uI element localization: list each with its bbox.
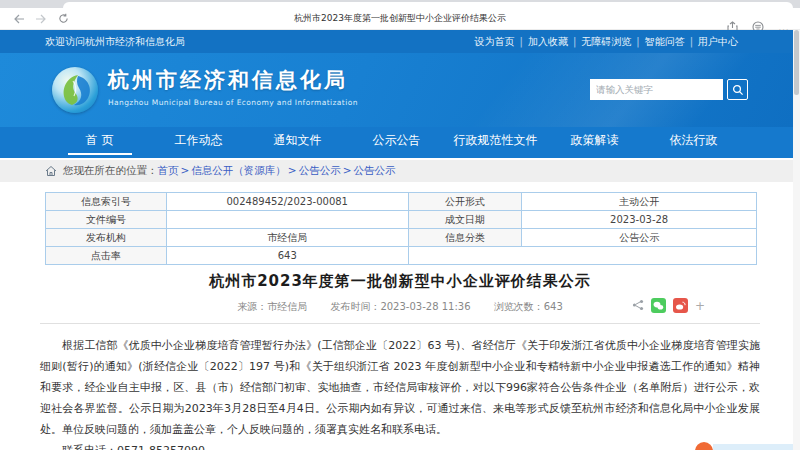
article-source: 来源：市经信局: [237, 301, 307, 312]
article-paragraph: 根据工信部《优质中小企业梯度培育管理暂行办法》(工信部企业〔2022〕63 号)…: [40, 335, 760, 440]
nav-item-label: 政策解读: [571, 133, 619, 147]
table-label-cell: 成文日期: [408, 211, 522, 229]
quick-link[interactable]: 加入收藏: [528, 35, 568, 49]
table-value-cell: 市经信局: [166, 229, 408, 247]
article-views: 浏览次数：643: [494, 301, 563, 312]
nav-item[interactable]: 依法行政: [644, 127, 743, 158]
browser-toolbar: 杭州市2023年度第一批创新型中小企业评价结果公示 …: [0, 8, 800, 30]
browser-tabstrip: [0, 0, 800, 8]
nav-item-label: 行政规范性文件: [454, 133, 538, 147]
article: 杭州市2023年度第一批创新型中小企业评价结果公示 来源：市经信局 发布时间：2…: [40, 272, 760, 450]
table-label-cell: 公开形式: [408, 193, 522, 211]
nav-item-label: 首 页: [86, 133, 114, 147]
scrollbar-track[interactable]: [793, 30, 800, 450]
breadcrumb-separator: >: [288, 164, 297, 176]
site-topbar: 欢迎访问杭州市经济和信息化局 设为首页|加入收藏|无障碍浏览|智能问答|用户中心: [0, 30, 793, 53]
table-label-cell: 文件编号: [46, 211, 167, 229]
table-row: 点击率643: [46, 247, 757, 265]
browser-page-title: 杭州市2023年度第一批创新型中小企业评价结果公示: [200, 12, 600, 25]
table-value-cell: 2023-03-28: [522, 211, 757, 229]
nav-item[interactable]: 政策解读: [545, 127, 644, 158]
nav-item-label: 依法行政: [670, 133, 718, 147]
article-meta: 来源：市经信局 发布时间：2023-03-28 11:36 浏览次数：643 +: [40, 300, 760, 324]
share-nodes-icon[interactable]: [632, 299, 644, 313]
forward-icon[interactable]: [30, 11, 52, 27]
table-value-cell: 002489452/2023-00081: [166, 193, 408, 211]
home-icon: [45, 165, 57, 177]
quick-link-separator: |: [636, 36, 639, 47]
table-value-cell: 643: [166, 247, 408, 265]
info-table: 信息索引号002489452/2023-00081公开形式主动公开文件编号成文日…: [45, 192, 757, 265]
site-banner: 杭州市经济和信息化局 Hangzhou Municipal Bureau of …: [0, 53, 793, 127]
breadcrumb-separator: >: [343, 164, 352, 176]
nav-item[interactable]: 通知文件: [248, 127, 347, 158]
nav-item[interactable]: 工作动态: [149, 127, 248, 158]
table-row: 文件编号成文日期2023-03-28: [46, 211, 757, 229]
page: 杭州市2023年度第一批创新型中小企业评价结果公示 … 欢迎访问杭州市经济和信息…: [0, 0, 800, 450]
nav-item-label: 公示公告: [373, 133, 421, 147]
nav-active-underline: [68, 153, 132, 155]
breadcrumb-prefix: 您现在所在的位置：: [63, 164, 158, 178]
article-publish-time: 发布时间：2023-03-28 11:36: [330, 301, 470, 312]
breadcrumb-link[interactable]: 信息公开（资源库）: [191, 164, 286, 176]
quick-link[interactable]: 无障碍浏览: [581, 35, 631, 49]
table-row: 发布机构市经信局信息分类公告公示: [46, 229, 757, 247]
quick-link[interactable]: 设为首页: [475, 35, 515, 49]
welcome-text: 欢迎访问杭州市经济和信息化局: [45, 35, 185, 49]
bureau-logo-icon: [52, 67, 98, 113]
nav-item-label: 工作动态: [175, 133, 223, 147]
main-nav: 首 页工作动态通知文件公示公告行政规范性文件政策解读依法行政: [0, 127, 793, 158]
browser-chrome: 杭州市2023年度第一批创新型中小企业评价结果公示 …: [0, 0, 800, 30]
quick-link-separator: |: [520, 36, 523, 47]
table-value-cell: [166, 211, 408, 229]
floating-widget-strip: [713, 444, 793, 450]
scrollbar-thumb[interactable]: [794, 30, 799, 95]
table-value-cell: 主动公开: [522, 193, 757, 211]
refresh-icon[interactable]: [52, 11, 74, 27]
quick-link-separator: |: [573, 36, 576, 47]
quick-link[interactable]: 智能问答: [645, 35, 685, 49]
wechat-share-icon[interactable]: [651, 298, 666, 313]
contact-phone: 联系电话：0571-85257090: [40, 440, 760, 450]
more-share-icon[interactable]: +: [695, 299, 705, 313]
breadcrumb-links: 首页>信息公开（资源库）>公告公示>公告公示: [158, 164, 396, 178]
table-value-cell: 公告公示: [522, 229, 757, 247]
table-label-cell: 信息索引号: [46, 193, 167, 211]
breadcrumb-link[interactable]: 公告公示: [353, 164, 395, 176]
table-label-cell: 点击率: [46, 247, 167, 265]
table-row: 信息索引号002489452/2023-00081公开形式主动公开: [46, 193, 757, 211]
nav-item-label: 通知文件: [274, 133, 322, 147]
search-button[interactable]: [727, 79, 748, 100]
quick-link-separator: |: [690, 36, 693, 47]
share-bar: +: [632, 298, 705, 313]
nav-item[interactable]: 行政规范性文件: [446, 127, 545, 158]
table-value-cell: [408, 247, 756, 265]
breadcrumb-separator: >: [181, 164, 190, 176]
site-name-english: Hangzhou Municipal Bureau of Economy and…: [108, 98, 358, 107]
nav-item[interactable]: 公示公告: [347, 127, 446, 158]
back-icon[interactable]: [8, 11, 30, 27]
quick-link[interactable]: 用户中心: [698, 35, 738, 49]
nav-item[interactable]: 首 页: [50, 127, 149, 158]
breadcrumb-link[interactable]: 公告公示: [299, 164, 341, 176]
table-label-cell: 发布机构: [46, 229, 167, 247]
breadcrumb: 您现在所在的位置： 首页>信息公开（资源库）>公告公示>公告公示: [0, 160, 793, 182]
site-name: 杭州市经济和信息化局: [108, 66, 358, 94]
article-title: 杭州市2023年度第一批创新型中小企业评价结果公示: [40, 272, 760, 291]
search-input[interactable]: [590, 79, 723, 100]
table-label-cell: 信息分类: [408, 229, 522, 247]
weibo-share-icon[interactable]: [673, 298, 688, 313]
breadcrumb-link[interactable]: 首页: [158, 164, 179, 176]
quick-links: 设为首页|加入收藏|无障碍浏览|智能问答|用户中心: [475, 35, 739, 49]
